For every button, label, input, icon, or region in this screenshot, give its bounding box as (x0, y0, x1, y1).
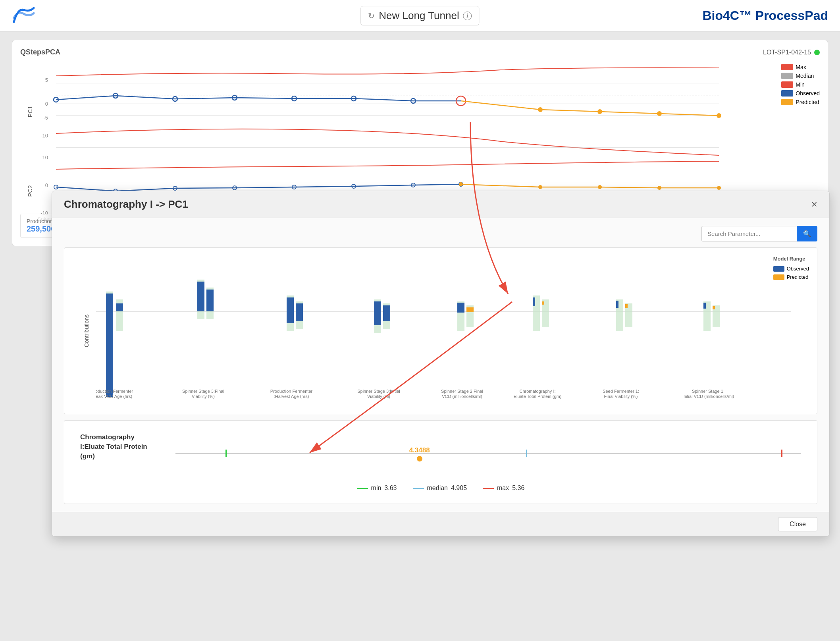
svg-text:10: 10 (42, 154, 48, 160)
search-input[interactable] (701, 226, 797, 241)
y-axis-label: Contributions (83, 315, 90, 348)
modal-legend-observed: Observed (773, 266, 809, 272)
lot-id: LOT-SP1-042-15 (763, 49, 811, 56)
svg-text:-5: -5 (43, 115, 48, 121)
svg-text:Eluate Total Protein (gm): Eluate Total Protein (gm) (514, 394, 562, 399)
max-marker (781, 450, 782, 457)
svg-rect-58 (206, 290, 214, 311)
legend-median-box (781, 73, 793, 79)
svg-rect-53 (106, 293, 113, 397)
main-area: QStepsPCA LOT-SP1-042-15 5 0 -5 -10 PC1 (0, 32, 840, 254)
title-area: ↻ New Long Tunnel ℹ (360, 6, 479, 25)
median-legend-label: median (427, 485, 448, 492)
chart-legend: Max Median Min Observed Predicted (781, 64, 820, 105)
range-legend: min 3.63 median 4.905 max 5.36 (80, 485, 801, 492)
search-icon: 🔍 (803, 230, 811, 237)
svg-text:0: 0 (45, 182, 48, 188)
svg-text:Viability (%): Viability (%) (367, 394, 390, 399)
svg-point-35 (538, 185, 542, 189)
modal-legend-predicted-label: Predicted (787, 274, 809, 280)
svg-text:Production Fermenter: Production Fermenter (270, 389, 313, 394)
svg-text:Spinner Stage 1:: Spinner Stage 1: (692, 389, 724, 394)
range-track (175, 453, 801, 454)
modal-body: 🔍 Contributions Model Range Observed Pr (52, 218, 829, 512)
production-label: Production (27, 218, 55, 224)
bar-chart-svg: 0.5 0 -0.5 -1.0 -1.5 (96, 256, 791, 399)
svg-text:Spinner Stage 3:Final: Spinner Stage 3:Final (182, 389, 224, 394)
legend-median: Median (781, 73, 820, 79)
svg-text:PC2: PC2 (27, 185, 33, 197)
svg-text:Initial VCD (millioncells/ml): Initial VCD (millioncells/ml) (682, 394, 734, 399)
min-line (357, 488, 368, 489)
legend-observed-box (781, 90, 793, 97)
chart-label: QStepsPCA (20, 48, 60, 56)
svg-text:Viability (%): Viability (%) (192, 394, 215, 399)
lot-status-dot (814, 50, 820, 55)
svg-rect-61 (287, 297, 294, 323)
modal-overlay: Chromatography I -> PC1 × 🔍 Contribution… (52, 191, 830, 537)
svg-rect-82 (713, 306, 715, 309)
top-bar: ↻ New Long Tunnel ℹ Bio4C™ ProcessPad (0, 0, 840, 32)
svg-text:Spinner Stage 2:Final: Spinner Stage 2:Final (441, 389, 483, 394)
production-value: 259,500 (27, 224, 55, 234)
svg-point-18 (597, 109, 602, 114)
modal-legend: Model Range Observed Predicted (773, 256, 809, 280)
legend-min-box (781, 81, 793, 88)
search-button[interactable]: 🔍 (797, 226, 817, 241)
legend-predicted: Predicted (781, 99, 820, 105)
legend-observed: Observed (781, 90, 820, 97)
svg-text:VCD (millioncells/ml): VCD (millioncells/ml) (442, 394, 482, 399)
chart-header: QStepsPCA LOT-SP1-042-15 (20, 48, 820, 56)
legend-predicted-box (781, 99, 793, 105)
svg-rect-74 (542, 301, 544, 305)
modal-legend-title: Model Range (773, 256, 809, 262)
svg-rect-77 (616, 301, 618, 308)
svg-text:Seed Fermenter 1:: Seed Fermenter 1: (603, 389, 639, 394)
svg-point-34 (459, 182, 463, 186)
legend-max-box (781, 64, 793, 70)
svg-text:Production Fermenter: Production Fermenter (96, 389, 133, 394)
range-bar-section: Chromatography I:Eluate Total Protein (g… (64, 420, 817, 504)
svg-point-20 (717, 113, 721, 118)
svg-point-38 (717, 186, 721, 190)
legend-max: Max (781, 64, 820, 70)
median-line (413, 488, 424, 489)
min-marker (225, 450, 227, 457)
svg-text::Harvest Age (hrs): :Harvest Age (hrs) (274, 394, 309, 399)
svg-rect-57 (197, 282, 204, 311)
search-row: 🔍 (64, 226, 817, 241)
legend-observed-label: Observed (796, 90, 820, 97)
modal-close-footer-button[interactable]: Close (778, 517, 817, 531)
range-legend-median: median 4.905 (413, 485, 467, 492)
svg-rect-62 (296, 303, 303, 321)
min-value: 3.63 (384, 485, 397, 492)
svg-rect-65 (374, 301, 381, 325)
svg-point-17 (538, 107, 543, 112)
svg-text::Peak VCD Age (hrs): :Peak VCD Age (hrs) (96, 394, 132, 399)
svg-point-37 (657, 186, 661, 190)
max-line (483, 488, 494, 489)
svg-point-36 (598, 185, 602, 189)
max-value: 5.36 (512, 485, 524, 492)
predicted-dot-container: 4.3488 (409, 446, 430, 461)
modal-close-button[interactable]: × (811, 198, 817, 210)
page-title: New Long Tunnel (379, 10, 459, 22)
modal-footer: Close (52, 512, 829, 536)
info-icon[interactable]: ℹ (463, 12, 472, 20)
svg-rect-81 (703, 303, 706, 309)
app-logo (12, 6, 36, 26)
refresh-icon[interactable]: ↻ (368, 11, 375, 21)
min-legend-label: min (371, 485, 381, 492)
legend-max-label: Max (796, 64, 806, 70)
median-value: 4.905 (451, 485, 467, 492)
svg-rect-54 (116, 303, 123, 311)
bar-chart-container: Contributions Model Range Observed Predi… (64, 247, 817, 414)
svg-rect-70 (466, 307, 474, 312)
svg-text:5: 5 (45, 77, 48, 83)
svg-text:0: 0 (45, 101, 48, 107)
legend-min-label: Min (796, 81, 805, 88)
max-legend-label: max (497, 485, 509, 492)
predicted-value: 4.3488 (409, 446, 430, 454)
legend-min: Min (781, 81, 820, 88)
range-bar-title: Chromatography I:Eluate Total Protein (g… (80, 432, 160, 461)
